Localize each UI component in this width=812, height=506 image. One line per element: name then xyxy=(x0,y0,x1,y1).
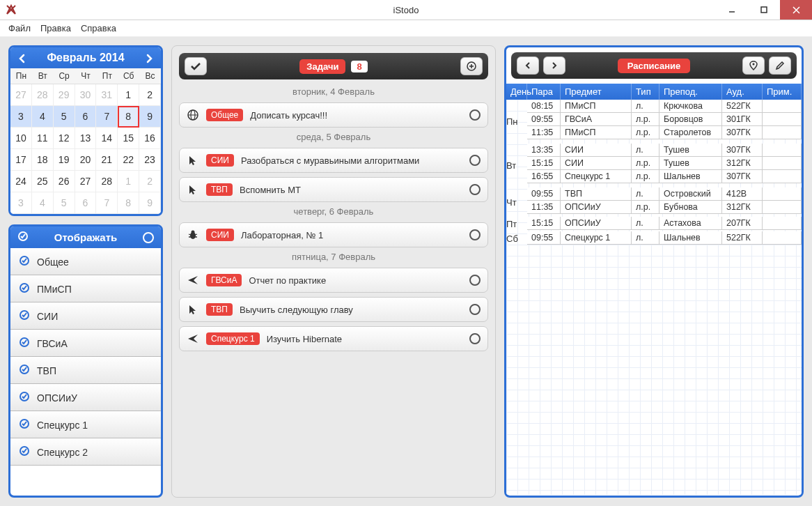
task-row[interactable]: СИИРазобраться с муравьиными алгоритмами xyxy=(179,148,488,173)
schedule-row[interactable]: 16:55Спецкурс 1л.р.Шальнев307ГК xyxy=(527,170,802,183)
calendar-cell[interactable]: 3 xyxy=(10,106,32,128)
menu-file[interactable]: Файл xyxy=(8,23,31,33)
calendar-cell[interactable]: 6 xyxy=(75,106,97,128)
task-complete-toggle[interactable] xyxy=(469,333,481,344)
schedule-row[interactable]: 09:55Спецкурс 1л.Шальнев522ГК xyxy=(527,231,802,245)
complete-task-button[interactable] xyxy=(185,57,207,75)
calendar-cell[interactable]: 9 xyxy=(139,106,161,128)
calendar-cell[interactable]: 12 xyxy=(54,128,75,149)
schedule-row[interactable]: 11:35ПМиСПл.р.Старолетов307ГК xyxy=(527,126,802,139)
minimize-button[interactable] xyxy=(716,0,748,20)
calendar-prev-button[interactable] xyxy=(15,51,30,66)
calendar-cell[interactable]: 13 xyxy=(75,128,97,149)
calendar-cell[interactable]: 30 xyxy=(75,84,97,106)
schedule-row[interactable]: 15:15СИИл.р.Тушев312ГК xyxy=(527,157,802,170)
task-complete-toggle[interactable] xyxy=(469,184,481,195)
svg-rect-1 xyxy=(761,7,767,13)
schedule-row[interactable]: 13:35СИИл.Тушев307ГК xyxy=(527,144,802,157)
calendar-cell[interactable]: 20 xyxy=(75,149,97,171)
calendar-cell[interactable]: 24 xyxy=(10,171,32,192)
calendar-cell[interactable]: 19 xyxy=(54,149,75,171)
calendar-cell[interactable]: 8 xyxy=(118,192,139,214)
add-task-button[interactable] xyxy=(460,57,483,75)
task-text: Лабораторная, № 1 xyxy=(241,230,462,240)
task-row[interactable]: Спецкурс 1Изучить Hibernate xyxy=(179,326,488,351)
calendar-cell[interactable]: 27 xyxy=(75,171,97,192)
schedule-row[interactable]: 09:55ТВПл.Островский412В xyxy=(527,187,802,201)
task-complete-toggle[interactable] xyxy=(469,304,481,315)
schedule-location-button[interactable] xyxy=(742,56,765,75)
task-row[interactable]: ОбщееДописать курсач!!! xyxy=(179,102,488,128)
calendar-cell[interactable]: 11 xyxy=(32,128,54,149)
task-row[interactable]: ГВСиАОтчет по практике xyxy=(179,268,488,293)
menu-help[interactable]: Справка xyxy=(81,23,116,33)
calendar-cell[interactable]: 15 xyxy=(118,128,139,149)
task-complete-toggle[interactable] xyxy=(469,155,481,166)
calendar-cell[interactable]: 5 xyxy=(54,106,75,128)
calendar-cell[interactable]: 28 xyxy=(96,171,118,192)
calendar-dow: Сб xyxy=(118,68,139,84)
schedule-prev-button[interactable] xyxy=(517,56,539,75)
check-icon xyxy=(19,445,30,459)
check-icon xyxy=(19,337,30,350)
calendar-cell[interactable]: 21 xyxy=(96,149,118,171)
calendar-cell[interactable]: 4 xyxy=(32,106,54,128)
filter-item[interactable]: ГВСиА xyxy=(10,330,161,357)
calendar-cell[interactable]: 2 xyxy=(139,171,161,192)
calendar-cell[interactable]: 3 xyxy=(10,192,32,214)
filter-item[interactable]: Спецкурс 1 xyxy=(10,411,161,438)
calendar-cell[interactable]: 16 xyxy=(139,128,161,149)
calendar-cell[interactable]: 4 xyxy=(32,192,54,214)
col-note: Прим. xyxy=(763,84,802,100)
schedule-edit-button[interactable] xyxy=(769,56,791,75)
calendar-cell[interactable]: 27 xyxy=(10,84,32,106)
task-complete-toggle[interactable] xyxy=(469,109,481,121)
schedule-row[interactable]: 09:55ГВСиАл.р.Боровцов301ГК xyxy=(527,113,802,126)
calendar-cell[interactable]: 28 xyxy=(32,84,54,106)
task-row[interactable]: СИИЛабораторная, № 1 xyxy=(179,222,488,247)
check-all-icon[interactable] xyxy=(17,231,29,244)
calendar-cell[interactable]: 6 xyxy=(75,192,97,214)
calendar-cell[interactable]: 5 xyxy=(54,192,75,214)
calendar-cell[interactable]: 1 xyxy=(118,171,139,192)
schedule-row[interactable]: 11:35ОПСИиУл.р.Бубнова312ГК xyxy=(527,201,802,214)
calendar-cell[interactable]: 31 xyxy=(96,84,118,106)
task-complete-toggle[interactable] xyxy=(469,229,481,240)
calendar-cell[interactable]: 29 xyxy=(54,84,75,106)
calendar-cell[interactable]: 9 xyxy=(139,192,161,214)
menu-edit[interactable]: Правка xyxy=(40,23,71,33)
calendar-cell[interactable]: 17 xyxy=(10,149,32,171)
task-tag: ТВП xyxy=(206,183,233,196)
calendar-cell[interactable]: 7 xyxy=(96,106,118,128)
calendar-cell[interactable]: 23 xyxy=(139,149,161,171)
calendar-next-button[interactable] xyxy=(141,51,157,66)
uncheck-all-icon[interactable] xyxy=(143,232,154,243)
task-row[interactable]: ТВПВспомнить МТ xyxy=(179,177,488,202)
calendar-cell[interactable]: 8 xyxy=(118,106,139,128)
schedule-row[interactable]: 15:15ОПСИиУл.Астахова207ГК xyxy=(527,217,802,230)
calendar-cell[interactable]: 10 xyxy=(10,128,32,149)
calendar-cell[interactable]: 25 xyxy=(32,171,54,192)
calendar-cell[interactable]: 22 xyxy=(118,149,139,171)
filter-item[interactable]: ОПСИиУ xyxy=(10,384,161,411)
filter-item[interactable]: СИИ xyxy=(10,302,161,330)
schedule-day: Пт xyxy=(506,217,527,231)
task-tag: СИИ xyxy=(206,229,234,241)
calendar-cell[interactable]: 26 xyxy=(54,171,75,192)
task-row[interactable]: ТВПВыучить следующую главу xyxy=(179,297,488,322)
calendar-cell[interactable]: 18 xyxy=(32,149,54,171)
filter-item[interactable]: Спецкурс 2 xyxy=(10,438,161,466)
calendar-cell[interactable]: 14 xyxy=(96,128,118,149)
filter-item[interactable]: Общее xyxy=(10,248,161,275)
schedule-row[interactable]: 08:15ПМиСПл.Крючкова522ГК xyxy=(527,100,802,113)
filter-item[interactable]: ТВП xyxy=(10,357,161,384)
task-complete-toggle[interactable] xyxy=(469,275,481,286)
close-button[interactable] xyxy=(780,0,812,20)
calendar-cell[interactable]: 7 xyxy=(96,192,118,214)
task-day-label: вторник, 4 Февраль xyxy=(179,86,488,97)
calendar-cell[interactable]: 1 xyxy=(118,84,139,106)
calendar-cell[interactable]: 2 xyxy=(139,84,161,106)
schedule-next-button[interactable] xyxy=(543,56,565,75)
filter-item[interactable]: ПМиСП xyxy=(10,275,161,302)
maximize-button[interactable] xyxy=(748,0,780,20)
